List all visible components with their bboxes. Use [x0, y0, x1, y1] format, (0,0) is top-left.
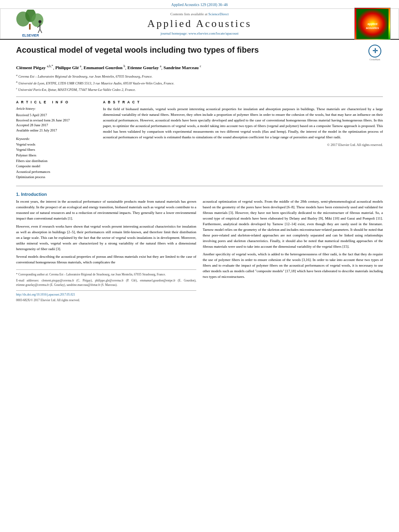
- keyword-optimization: Optimization process: [16, 175, 97, 180]
- keyword-polymer-fibers: Polymer fibers: [16, 153, 97, 158]
- article-info-header: A R T I C L E I N F O: [16, 100, 97, 104]
- svg-rect-4: [29, 24, 31, 29]
- keyword-acoustical: Acoustical performances: [16, 169, 97, 175]
- svg-text:ELSEVIER: ELSEVIER: [22, 33, 39, 37]
- elsevier-logo-container: ELSEVIER: [8, 8, 53, 40]
- banner-center: Contents lists available at ScienceDirec…: [147, 12, 251, 35]
- svg-text:acoustics: acoustics: [366, 27, 379, 29]
- keyword-composite: Composite model: [16, 164, 97, 169]
- crossmark-badge[interactable]: ✛ CrossMark: [367, 45, 383, 61]
- intro-section-title: 1. Introduction: [16, 192, 383, 197]
- affiliations: a Cerema Est – Laboratoire Régional de S…: [16, 73, 383, 92]
- abstract-header: A B S T R A C T: [103, 100, 383, 104]
- affiliation-a: a Cerema Est – Laboratoire Régional de S…: [16, 73, 383, 79]
- keyword-vegetal-fibers: Vegetal fibers: [16, 147, 97, 153]
- svg-text:applied: applied: [368, 23, 378, 26]
- banner-available: Contents lists available at ScienceDirec…: [147, 12, 251, 16]
- banner-journal-title: Applied Acoustics: [147, 18, 251, 30]
- accepted-date: Accepted 28 June 2017: [16, 123, 97, 128]
- journal-right-logo: applied acoustics: [354, 8, 391, 40]
- keywords-label: Keywords:: [16, 137, 97, 141]
- intro-body-columns: In recent years, the interest in the aco…: [16, 199, 383, 302]
- authors-line: Clément Piégay a,b,*, Philippe Glé a, Em…: [16, 64, 383, 71]
- journal-header: Applied Acoustics 129 (2018) 36–46: [0, 0, 399, 9]
- intro-section: 1. Introduction In recent years, the int…: [16, 192, 383, 302]
- article-main: Acoustical model of vegetal wools includ…: [0, 40, 399, 307]
- keyword-fibers-size: Fibers size distribution: [16, 158, 97, 164]
- crossmark-icon: ✛: [368, 45, 381, 58]
- journal-ref-link[interactable]: Applied Acoustics 129 (2018) 36–46: [171, 3, 228, 7]
- left-meta-column: A R T I C L E I N F O Article history: R…: [16, 100, 97, 180]
- body-divider: [16, 186, 383, 186]
- elsevier-logo-svg: ELSEVIER: [10, 10, 51, 38]
- intro-right-p2: Another specificity of vegetal wools, wh…: [203, 252, 383, 280]
- abstract-text: In the field of biobased materials, vege…: [103, 107, 383, 140]
- copyright-line: © 2017 Elsevier Ltd. All rights reserved…: [103, 143, 383, 147]
- doi-link[interactable]: http://dx.doi.org/10.1016/j.apacoust.201…: [16, 292, 196, 297]
- crossmark-label: CrossMark: [370, 58, 380, 61]
- affiliation-b: b Université de Lyon, ENTPE, LTDS UMR CN…: [16, 80, 383, 86]
- footnote-section: * Corresponding author at: Cerema Est – …: [16, 269, 196, 287]
- intro-p3: Several models describing the acoustical…: [16, 254, 196, 265]
- section-divider: [16, 97, 383, 97]
- intro-p1: In recent years, the interest in the aco…: [16, 199, 196, 222]
- issn-line: 0003-682X/© 2017 Elsevier Ltd. All right…: [16, 298, 196, 303]
- revised-date: Received in revised form 26 June 2017: [16, 118, 97, 123]
- info-abstract-columns: A R T I C L E I N F O Article history: R…: [16, 100, 383, 180]
- available-date: Available online 21 July 2017: [16, 128, 97, 133]
- svg-point-5: [39, 20, 41, 23]
- intro-right-p1: acoustical optimization of vegetal wools…: [203, 199, 383, 249]
- article-title-section: Acoustical model of vegetal wools includ…: [16, 45, 383, 61]
- abstract-column: A B S T R A C T In the field of biobased…: [103, 100, 383, 180]
- svg-point-3: [31, 13, 43, 27]
- journal-logo-svg: applied acoustics: [356, 9, 389, 39]
- intro-right-col: acoustical optimization of vegetal wools…: [203, 199, 383, 302]
- footnote-emails: E-mail addresses: clement.piegay@cerema.…: [16, 278, 196, 288]
- footnote-corresponding: * Corresponding author at: Cerema Est – …: [16, 272, 196, 277]
- affiliation-c: c Université Paris-Est, Ifsttar, MAST/CP…: [16, 86, 383, 92]
- intro-left-col: In recent years, the interest in the aco…: [16, 199, 196, 302]
- doi-section: http://dx.doi.org/10.1016/j.apacoust.201…: [16, 290, 196, 302]
- article-history-block: Article history: Received 5 April 2017 R…: [16, 107, 97, 133]
- sciencedirect-link[interactable]: ScienceDirect: [208, 12, 228, 16]
- keyword-vegetal-wools: Vegetal wools: [16, 142, 97, 148]
- received-date: Received 5 April 2017: [16, 113, 97, 118]
- keywords-block: Keywords: Vegetal wools Vegetal fibers P…: [16, 137, 97, 180]
- intro-p2: However, even if research works have sho…: [16, 224, 196, 252]
- article-title: Acoustical model of vegetal wools includ…: [16, 45, 367, 55]
- history-label: Article history:: [16, 107, 97, 111]
- banner-homepage: journal homepage: www.elsevier.com/locat…: [147, 31, 251, 35]
- journal-banner: ELSEVIER Contents lists available at Sci…: [0, 9, 399, 39]
